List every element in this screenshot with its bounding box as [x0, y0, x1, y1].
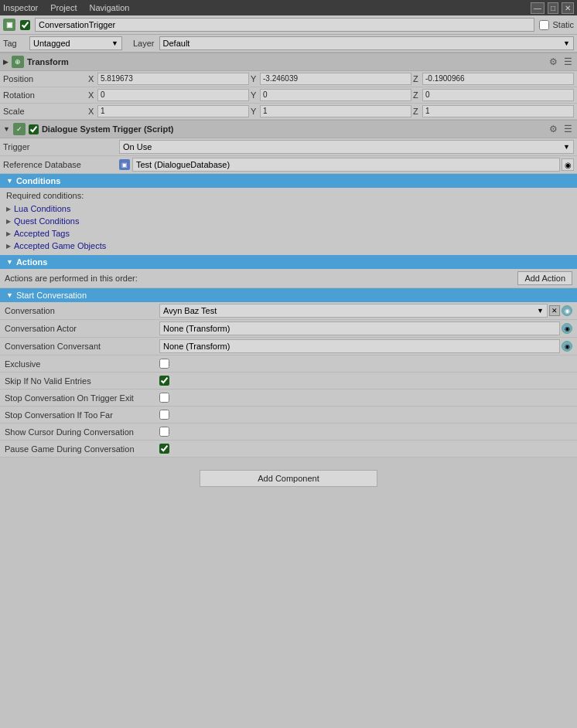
scale-y-input[interactable]: 1	[260, 105, 411, 117]
accepted-game-objects-item[interactable]: ▶ Accepted Game Objects	[6, 240, 571, 252]
conversation-dropdown[interactable]: Avyn Baz Test ▼	[159, 304, 548, 318]
actions-expand-icon[interactable]: ▼	[6, 258, 13, 266]
active-checkbox[interactable]	[20, 20, 30, 30]
maximize-btn[interactable]: □	[548, 2, 558, 14]
static-row: Static	[539, 20, 574, 30]
db-icon: ▣	[119, 159, 130, 170]
conversation-conversant-value: None (Transform)	[159, 339, 560, 353]
position-row: Position X 5.819673 Y -3.246039 Z -0.190…	[0, 71, 577, 87]
start-conversation-header: ▼ Start Conversation	[0, 288, 577, 302]
rotation-row: Rotation X 0 Y 0 Z 0	[0, 87, 577, 104]
trigger-dropdown[interactable]: On Use ▼	[119, 140, 574, 154]
skip-no-valid-row: Skip If No Valid Entries	[0, 373, 577, 390]
close-btn[interactable]: ✕	[562, 2, 574, 14]
rotation-z-field: Z 0	[413, 89, 574, 101]
dialogue-script-fields: Trigger On Use ▼ Reference Database ▣ Te…	[0, 138, 577, 458]
conversation-actor-row: Conversation Actor None (Transform) ◉	[0, 320, 577, 338]
stop-too-far-row: Stop Conversation If Too Far	[0, 407, 577, 424]
conversation-actor-value: None (Transform)	[159, 321, 560, 335]
dialogue-active-checkbox[interactable]	[29, 124, 39, 134]
dialogue-actions: ⚙ ☰	[548, 124, 574, 134]
start-conv-expand-icon[interactable]: ▼	[6, 291, 13, 299]
conversation-target-btn[interactable]: ◉	[562, 305, 572, 316]
layer-dropdown[interactable]: Default ▼	[159, 36, 574, 50]
add-action-button[interactable]: Add Action	[517, 271, 572, 285]
ref-db-row: Reference Database ▣ Test (DialogueDatab…	[0, 156, 577, 174]
rotation-x-input[interactable]: 0	[97, 89, 249, 101]
stop-trigger-exit-checkbox[interactable]	[159, 393, 169, 403]
top-bar: Inspector Project Navigation — □ ✕	[0, 0, 577, 15]
accepted-tags-expand-icon: ▶	[6, 230, 11, 237]
actions-title: Actions	[16, 257, 47, 267]
scale-y-field: Y 1	[251, 105, 411, 117]
window-controls: — □ ✕	[531, 2, 574, 14]
accepted-tags-item[interactable]: ▶ Accepted Tags	[6, 227, 571, 240]
rotation-y-input[interactable]: 0	[260, 89, 411, 101]
show-cursor-checkbox[interactable]	[159, 427, 169, 437]
conversation-actor-select-btn[interactable]: ◉	[562, 323, 572, 334]
conversation-clear-btn[interactable]: ✕	[549, 305, 560, 316]
conditions-header: ▼ Conditions	[0, 174, 577, 188]
transform-menu-icon[interactable]: ☰	[562, 56, 574, 67]
conversation-fields: Conversation Avyn Baz Test ▼ ✕ ◉ Convers…	[0, 302, 577, 458]
dialogue-script-header: ▼ ✓ Dialogue System Trigger (Script) ⚙ ☰	[0, 120, 577, 138]
conversation-conversant-row: Conversation Conversant None (Transform)…	[0, 338, 577, 355]
navigation-tab[interactable]: Navigation	[90, 3, 130, 12]
rotation-x-field: X 0	[88, 89, 249, 101]
trigger-dropdown-arrow: ▼	[563, 143, 570, 151]
position-x-field: X 5.819673	[88, 73, 249, 85]
transform-settings-icon[interactable]: ⚙	[548, 56, 559, 67]
static-checkbox[interactable]	[539, 20, 549, 30]
scale-xyz: X 1 Y 1 Z 1	[88, 105, 574, 117]
position-y-field: Y -3.246039	[251, 73, 411, 85]
inspector-tab[interactable]: Inspector	[3, 3, 38, 12]
gameobject-name[interactable]: ConversationTrigger	[35, 18, 534, 32]
pause-game-checkbox[interactable]	[159, 444, 169, 454]
conversation-conversant-select-btn[interactable]: ◉	[562, 341, 572, 352]
rotation-z-input[interactable]: 0	[422, 89, 574, 101]
rotation-xyz: X 0 Y 0 Z 0	[88, 89, 574, 101]
add-component-button[interactable]: Add Component	[200, 470, 377, 487]
transform-expand-icon[interactable]: ▶	[3, 58, 9, 66]
transform-icon: ⊕	[12, 56, 24, 68]
dialogue-script-title: Dialogue System Trigger (Script)	[42, 124, 174, 134]
ref-db-select-btn[interactable]: ◉	[562, 158, 574, 171]
position-x-input[interactable]: 5.819673	[97, 73, 249, 85]
dialogue-menu-icon[interactable]: ☰	[562, 124, 574, 134]
rotation-y-field: Y 0	[251, 89, 411, 101]
position-xyz: X 5.819673 Y -3.246039 Z -0.1900966	[88, 73, 574, 85]
quest-conditions-item[interactable]: ▶ Quest Conditions	[6, 215, 571, 227]
tag-layer-row: Tag Untagged ▼ Layer Default ▼	[0, 35, 577, 53]
scale-x-field: X 1	[88, 105, 249, 117]
minimize-btn[interactable]: —	[531, 2, 545, 14]
lua-conditions-item[interactable]: ▶ Lua Conditions	[6, 202, 571, 215]
show-cursor-row: Show Cursor During Conversation	[0, 424, 577, 441]
conversation-row: Conversation Avyn Baz Test ▼ ✕ ◉	[0, 302, 577, 320]
required-conditions-text: Required conditions:	[6, 191, 571, 200]
actions-header: ▼ Actions	[0, 255, 577, 269]
exclusive-row: Exclusive	[0, 355, 577, 373]
lua-conditions-expand-icon: ▶	[6, 206, 11, 213]
exclusive-checkbox[interactable]	[159, 359, 169, 369]
skip-no-valid-checkbox[interactable]	[159, 376, 169, 386]
conversation-dropdown-arrow: ▼	[537, 307, 544, 315]
scale-x-input[interactable]: 1	[97, 105, 249, 117]
dialogue-expand-icon[interactable]: ▼	[3, 125, 10, 133]
accepted-game-objects-expand-icon: ▶	[6, 243, 11, 250]
project-tab[interactable]: Project	[50, 3, 77, 12]
position-z-input[interactable]: -0.1900966	[422, 73, 574, 85]
gameobject-icon: ▣	[3, 19, 15, 31]
scale-z-input[interactable]: 1	[422, 105, 574, 117]
ref-db-value: Test (DialogueDatabase)	[132, 158, 560, 172]
conditions-body: Required conditions: ▶ Lua Conditions ▶ …	[0, 188, 577, 255]
tag-dropdown-arrow: ▼	[111, 39, 118, 47]
pause-game-row: Pause Game During Conversation	[0, 441, 577, 458]
gameobject-header: ▣ ConversationTrigger Static	[0, 15, 577, 35]
transform-actions: ⚙ ☰	[548, 56, 574, 67]
scale-z-field: Z 1	[413, 105, 574, 117]
stop-too-far-checkbox[interactable]	[159, 410, 169, 420]
position-y-input[interactable]: -3.246039	[260, 73, 411, 85]
conditions-expand-icon[interactable]: ▼	[6, 177, 13, 185]
tag-dropdown[interactable]: Untagged ▼	[29, 36, 122, 50]
dialogue-settings-icon[interactable]: ⚙	[548, 124, 559, 134]
